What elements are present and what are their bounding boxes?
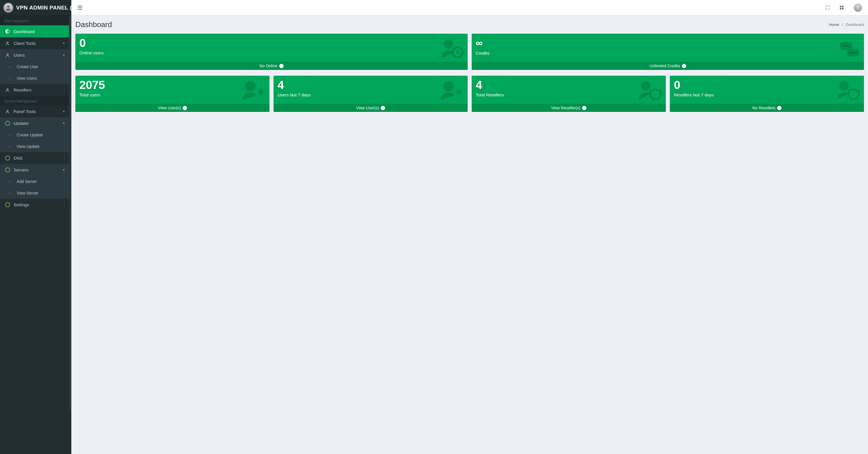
sidebar-item-updater[interactable]: Updater ▾ [0,117,69,129]
brand[interactable]: VPN ADMIN PANEL (Us [0,0,71,16]
card-footer-link[interactable]: Unlimited Credits → [472,62,864,70]
sidebar-item-label: View Server [17,191,38,195]
circle-icon [4,156,11,160]
sidebar-item-panel-tools[interactable]: Panel Tools ▾ [0,105,69,117]
card-label: Users last 7 days [278,92,464,97]
chevron-down-icon: ▾ [63,53,65,57]
card-footer-label: View Reseller(s) [551,105,580,110]
sidebar-item-label: Dashboard [13,29,34,34]
grid-button[interactable] [838,4,845,11]
svg-point-2 [7,54,8,55]
card-footer-label: No Resellers [752,105,775,110]
arrow-right-circle-icon: → [279,64,284,68]
card-online-users: 0 Online users No Online → [75,34,468,70]
card-footer-link[interactable]: No Online → [75,62,468,70]
card-footer-link[interactable]: View Reseller(s) → [472,104,666,112]
svg-point-4 [7,110,8,111]
sidebar-item-label: Panel Tools [13,109,36,114]
arrow-right-circle-icon: → [682,64,686,68]
nav-header-main: Main Navigation [0,16,69,25]
card-label: Total Resellers [476,92,662,97]
sidebar-item-label: Create User [17,64,38,69]
sidebar-item-create-user[interactable]: › Create User [0,61,69,72]
sidebar-scrollbar-thumb[interactable] [69,16,71,410]
sidebar-item-view-users[interactable]: › View Users [0,72,69,84]
breadcrumb-separator: / [842,23,843,27]
brand-title: VPN ADMIN PANEL (Us [16,5,71,11]
sidebar-item-label: Servers [13,168,29,172]
svg-point-0 [7,5,9,8]
card-value: 0 [80,37,464,49]
sidebar-item-label: Settings [13,202,29,207]
card-label: Total users [80,92,266,97]
user-icon [4,41,11,46]
sidebar-item-label: Add Server [17,179,37,184]
svg-rect-11 [842,8,843,9]
chevron-left-icon: ‹ [64,203,65,207]
card-footer-link[interactable]: No Resellers → [670,104,864,112]
sidebar-item-create-update[interactable]: › Create Update [0,129,69,141]
sidebar-item-client-tools[interactable]: Client Tools ▾ [0,37,69,49]
sidebar-item-dns[interactable]: DNS ‹ [0,152,69,164]
angle-right-icon: › [6,65,13,68]
card-footer-label: View User(s) [356,105,379,110]
angle-right-icon: › [6,145,13,148]
dashboard-icon [4,29,11,34]
fullscreen-button[interactable] [824,4,832,11]
page-title: Dashboard [75,20,112,29]
chevron-left-icon: ‹ [64,88,65,92]
card-footer-link[interactable]: View User(s) → [274,104,468,112]
chevron-left-icon: ‹ [64,156,65,160]
sidebar-item-label: Create Update [17,133,43,137]
user-menu-button[interactable] [852,2,864,14]
card-footer-link[interactable]: View User(s) → [75,104,270,112]
card-value: ∞ [476,37,860,49]
card-footer-label: View User(s) [158,105,181,110]
card-users-7d: 4 Users last 7 days View User(s) → [274,75,468,112]
svg-rect-8 [840,6,841,7]
svg-rect-9 [842,6,843,7]
arrow-right-circle-icon: → [777,106,781,110]
topbar [71,0,868,16]
card-value: 4 [278,79,464,91]
card-value: 0 [674,79,860,91]
brand-logo-icon [3,3,13,13]
sidebar-item-users[interactable]: Users ▾ [0,49,69,61]
card-footer-label: Unlimited Credits [649,64,680,68]
sidebar-item-dashboard[interactable]: Dashboard [0,25,69,37]
card-total-users: 2075 Total users View User(s) → [75,75,270,112]
sidebar-item-label: View Update [17,144,39,149]
svg-point-3 [7,88,8,90]
chevron-down-icon: ▾ [63,121,65,125]
user-outline-icon [4,53,11,58]
sidebar-item-label: Resellers [13,87,32,92]
sidebar-item-label: Users [13,53,25,58]
arrow-right-circle-icon: → [582,106,586,110]
sidebar-toggle-button[interactable] [75,3,85,12]
content-header: Dashboard Home / Dashboard [71,16,868,34]
card-credits: ∞ Credits Unlimited Credits → [472,34,864,70]
sidebar-item-servers[interactable]: Servers ▾ [0,164,69,176]
sidebar-scrollbar[interactable] [69,16,71,453]
sidebar-item-settings[interactable]: Settings ‹ [0,199,69,211]
sidebar-item-view-server[interactable]: › View Server [0,187,69,199]
card-label: Online users [80,50,464,55]
arrow-right-circle-icon: → [381,106,385,110]
svg-rect-6 [78,7,82,8]
breadcrumb-home-link[interactable]: Home [829,23,839,27]
sidebar-item-add-server[interactable]: › Add Server [0,176,69,187]
card-value: 4 [476,79,662,91]
svg-rect-7 [78,9,82,10]
card-footer-label: No Online [259,64,277,68]
avatar-icon [854,3,862,12]
sidebar-item-view-update[interactable]: › View Update [0,141,69,152]
card-label: Credits [476,51,860,56]
sidebar: VPN ADMIN PANEL (Us Main Navigation Dash… [0,0,71,454]
svg-rect-10 [840,8,841,9]
breadcrumb-current: Dashboard [845,23,864,27]
angle-right-icon: › [6,77,13,80]
breadcrumb: Home / Dashboard [829,23,864,27]
nav-header-system: System Management [0,96,69,105]
sidebar-item-resellers[interactable]: Resellers ‹ [0,84,69,96]
card-resellers-7d: 0 Resellers last 7 days No Resellers → [670,75,864,112]
